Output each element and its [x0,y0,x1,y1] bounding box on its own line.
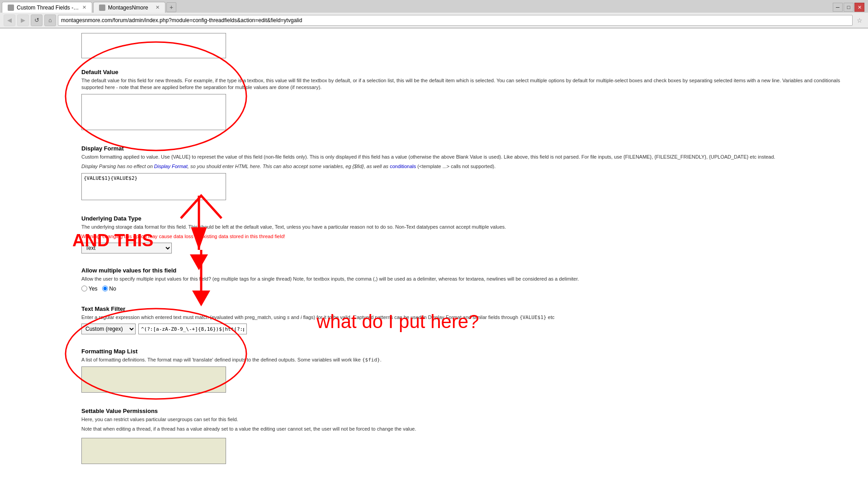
radio-yes-text: Yes [89,286,98,292]
new-tab-button[interactable]: + [166,2,176,12]
reload-button[interactable]: ↺ [31,14,42,26]
radio-yes-label[interactable]: Yes [81,286,98,292]
forward-button[interactable]: ▶ [17,14,29,26]
underlying-data-type-warning: Warning: changing this option may cause … [81,233,859,240]
display-format-link[interactable]: Display Format [154,164,188,169]
allow-multiple-radio-group: Yes No [81,286,859,292]
tab-title-1: Custom Thread Fields - Edi... [17,5,80,11]
text-mask-filter-label: Text Mask Filter [81,305,859,312]
top-textarea-section [81,28,859,60]
maximize-button[interactable]: □ [844,3,854,12]
nav-bar: ◀ ▶ ↺ ⌂ ☆ [0,13,868,28]
default-value-section: Default Value The default value for this… [81,64,859,131]
default-value-label: Default Value [81,69,859,75]
top-textarea[interactable] [81,33,226,58]
allow-multiple-desc: Allow the user to specify multiple input… [81,276,859,282]
settable-value-permissions-desc-1: Here, you can restrict values particular… [81,416,859,423]
content-wrapper: Default Value The default value for this… [72,28,868,488]
settable-value-permissions-label: Settable Value Permissions [81,408,859,414]
conditionals-link[interactable]: conditionals [390,164,416,169]
text-mask-filter-section: Text Mask Filter Enter a regular express… [81,301,859,334]
formatting-map-list-section: Formatting Map List A list of formatting… [81,343,859,394]
underlying-data-type-label: Underlying Data Type [81,215,859,222]
radio-yes-input[interactable] [81,286,87,291]
display-format-label: Display Format [81,145,859,152]
tab-favicon-1 [8,5,14,11]
radio-no-label[interactable]: No [102,286,116,292]
allow-multiple-label: Allow multiple values for this field [81,267,859,274]
underlying-data-type-select[interactable]: Text Integer Decimal Date Datetime [81,243,172,253]
display-format-textarea[interactable]: {VALUE$1}{VALUE$2} [81,173,226,200]
text-mask-type-select[interactable]: None Custom (regex) Email URL Number Int… [81,324,136,334]
display-format-section: Display Format Custom formatting applied… [81,141,859,202]
settable-value-permissions-desc-2: Note that when editing a thread, if a th… [81,426,859,432]
radio-no-input[interactable] [102,286,108,291]
bookmark-star-icon[interactable]: ☆ [854,15,864,25]
default-value-textarea[interactable] [81,94,226,130]
settable-value-permissions-section: Settable Value Permissions Here, you can… [81,403,859,466]
tab-custom-thread-fields[interactable]: Custom Thread Fields - Edi... ✕ [2,2,92,13]
tab-bar: Custom Thread Fields - Edi... ✕ Montages… [0,0,868,13]
tab-montages[interactable]: MontagesNmore ✕ [93,2,165,13]
display-format-desc-text: Custom formatting applied to value. Use … [81,154,775,160]
display-format-description-1: Custom formatting applied to value. Use … [81,154,859,160]
underlying-data-type-desc: The underlying storage data format for t… [81,224,859,230]
minimize-button[interactable]: ─ [833,3,843,12]
address-bar[interactable] [58,15,853,26]
back-button[interactable]: ◀ [4,14,15,26]
settable-value-permissions-textarea[interactable] [81,438,226,464]
tab-favicon-2 [99,5,105,11]
text-mask-regex-input[interactable] [138,324,247,334]
tab-close-2[interactable]: ✕ [156,5,160,10]
browser-chrome: Custom Thread Fields - Edi... ✕ Montages… [0,0,868,28]
allow-multiple-section: Allow multiple values for this field All… [81,263,859,291]
close-button[interactable]: ✕ [854,3,864,12]
tab-close-1[interactable]: ✕ [82,5,86,10]
display-format-italic-prefix: Display Parsing has no effect on Display… [81,164,390,169]
tab-title-2: MontagesNmore [108,5,153,11]
formatting-map-list-desc: A list of formatting definitions. The fo… [81,357,859,363]
formatting-map-list-textarea[interactable] [81,366,226,393]
formatting-map-list-label: Formatting Map List [81,348,859,355]
home-button[interactable]: ⌂ [44,14,56,26]
display-format-description-2: Display Parsing has no effect on Display… [81,163,859,170]
text-mask-row: None Custom (regex) Email URL Number Int… [81,324,859,334]
text-mask-filter-desc: Enter a regular expression which entered… [81,314,859,321]
underlying-data-type-section: Underlying Data Type The underlying stor… [81,211,859,254]
page-content: Default Value The default value for this… [0,28,868,488]
radio-no-text: No [109,286,116,292]
default-value-description: The default value for this field for new… [81,77,859,91]
